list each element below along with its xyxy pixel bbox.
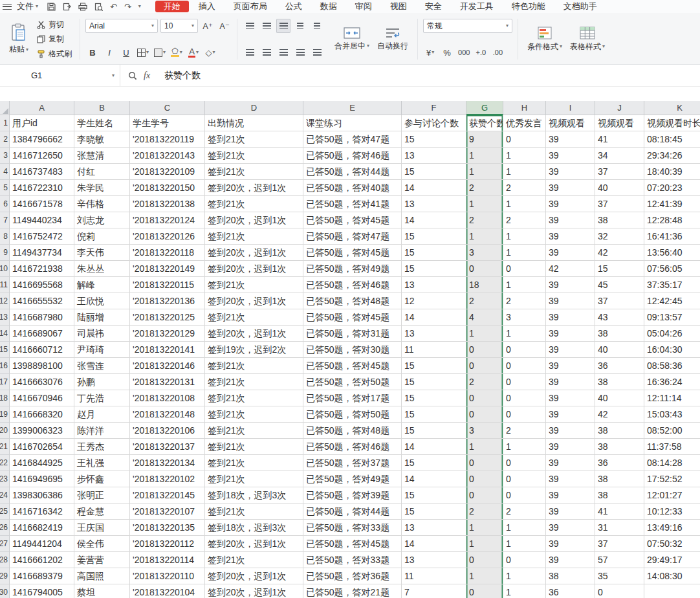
- cell-E15[interactable]: 已答50题，答对30题: [303, 342, 402, 358]
- cell-F7[interactable]: 14: [402, 212, 466, 228]
- cell-C20[interactable]: '201813220106: [130, 423, 205, 439]
- cell-K26[interactable]: 13:49:16: [644, 520, 700, 536]
- align-bottom-button[interactable]: [276, 19, 290, 33]
- cell-H27[interactable]: 1: [503, 536, 546, 552]
- cell-H12[interactable]: 2: [503, 293, 546, 309]
- cell-B3[interactable]: 张慧清: [74, 148, 130, 164]
- cell-D19[interactable]: 签到21次: [205, 406, 303, 423]
- cell-A26[interactable]: 1416682419: [10, 520, 74, 536]
- cell-E18[interactable]: 已答50题，答对17题: [303, 390, 402, 406]
- italic-button[interactable]: I: [102, 45, 116, 60]
- app-menu-icon[interactable]: [3, 4, 12, 10]
- cell-F15[interactable]: 11: [402, 342, 466, 358]
- cell-K28[interactable]: 29:49:17: [644, 552, 700, 568]
- font-size-select[interactable]: 10 ▾: [160, 19, 198, 33]
- cell-C8[interactable]: '201813220126: [130, 228, 205, 245]
- cell-A30[interactable]: 1416794005: [10, 584, 74, 598]
- column-header-F[interactable]: F: [402, 101, 466, 115]
- column-header-E[interactable]: E: [303, 101, 402, 115]
- conditional-format-button[interactable]: 条件格式▾: [523, 16, 566, 62]
- column-header-J[interactable]: J: [595, 101, 644, 115]
- cell-H11[interactable]: 1: [503, 277, 546, 293]
- cell-C19[interactable]: '201813220148: [130, 406, 205, 423]
- cell-H13[interactable]: 3: [503, 309, 546, 326]
- cell-K17[interactable]: 16:36:24: [644, 374, 700, 390]
- cell-I23[interactable]: 39: [546, 471, 595, 487]
- cell-B2[interactable]: 李晓敏: [74, 131, 130, 148]
- cell-H17[interactable]: 0: [503, 374, 546, 390]
- tab-7[interactable]: 视图: [382, 1, 415, 12]
- cell-I19[interactable]: 39: [546, 406, 595, 423]
- cell-K5[interactable]: 07:20:23: [644, 180, 700, 196]
- cell-G9[interactable]: 3: [466, 245, 503, 261]
- cell-D12[interactable]: 签到20次，迟到1次: [205, 293, 303, 309]
- justify-button[interactable]: [293, 45, 307, 60]
- select-all-corner[interactable]: [0, 101, 10, 115]
- cell-D15[interactable]: 签到19次，迟到2次: [205, 342, 303, 358]
- cell-F26[interactable]: 13: [402, 520, 466, 536]
- column-header-H[interactable]: H: [503, 101, 546, 115]
- cell-H15[interactable]: 0: [503, 342, 546, 358]
- cell-D22[interactable]: 签到21次: [205, 455, 303, 471]
- cell-B15[interactable]: 尹琦琦: [74, 342, 130, 358]
- row-header-27[interactable]: 27: [0, 536, 10, 552]
- cell-K1[interactable]: 视频观看时长: [644, 115, 700, 131]
- cell-E24[interactable]: 已答50题，答对39题: [303, 487, 402, 504]
- cell-E1[interactable]: 课堂练习: [303, 115, 402, 131]
- cell-E19[interactable]: 已答50题，答对50题: [303, 406, 402, 423]
- cell-D2[interactable]: 签到21次: [205, 131, 303, 148]
- cell-K7[interactable]: 12:28:48: [644, 212, 700, 228]
- cell-I1[interactable]: 视频观看: [546, 115, 595, 131]
- row-header-25[interactable]: 25: [0, 504, 10, 520]
- cell-A10[interactable]: 1416721938: [10, 261, 74, 277]
- cell-H26[interactable]: 1: [503, 520, 546, 536]
- cell-F21[interactable]: 14: [402, 439, 466, 455]
- underline-button[interactable]: U: [119, 45, 133, 60]
- cell-D21[interactable]: 签到21次: [205, 439, 303, 455]
- tab-1[interactable]: 开始: [155, 1, 189, 12]
- cell-B9[interactable]: 李天伟: [74, 245, 130, 261]
- cell-H20[interactable]: 2: [503, 423, 546, 439]
- decrease-font-size-button[interactable]: A⁻: [217, 19, 232, 33]
- cell-K8[interactable]: 16:41:36: [644, 228, 700, 245]
- increase-indent-button[interactable]: [310, 19, 324, 33]
- column-header-C[interactable]: C: [130, 101, 205, 115]
- cell-J23[interactable]: 38: [595, 471, 644, 487]
- cell-A16[interactable]: 1398898100: [10, 358, 74, 374]
- tab-9[interactable]: 开发工具: [452, 1, 502, 12]
- cell-C6[interactable]: '201813220138: [130, 196, 205, 212]
- cell-C22[interactable]: '201813220134: [130, 455, 205, 471]
- cell-I30[interactable]: 36: [546, 584, 595, 598]
- cell-G18[interactable]: 0: [466, 390, 503, 406]
- cell-C29[interactable]: '201813220110: [130, 568, 205, 584]
- cell-G10[interactable]: 0: [466, 261, 503, 277]
- row-header-12[interactable]: 12: [0, 293, 10, 309]
- cell-H19[interactable]: 0: [503, 406, 546, 423]
- row-header-8[interactable]: 8: [0, 228, 10, 245]
- cell-B23[interactable]: 步怀鑫: [74, 471, 130, 487]
- cell-G27[interactable]: 1: [466, 536, 503, 552]
- cell-B5[interactable]: 朱学民: [74, 180, 130, 196]
- cell-A7[interactable]: 1149440234: [10, 212, 74, 228]
- cell-J17[interactable]: 38: [595, 374, 644, 390]
- table-style-button[interactable]: 表格样式▾: [566, 16, 609, 62]
- cell-B11[interactable]: 解峰: [74, 277, 130, 293]
- cell-J2[interactable]: 41: [595, 131, 644, 148]
- cell-H5[interactable]: 2: [503, 180, 546, 196]
- cell-shading-button[interactable]: ▾: [153, 45, 167, 60]
- cell-E11[interactable]: 已答50题，答对46题: [303, 277, 402, 293]
- cell-F14[interactable]: 13: [402, 326, 466, 342]
- cell-H25[interactable]: 2: [503, 504, 546, 520]
- row-header-16[interactable]: 16: [0, 358, 10, 374]
- cell-J22[interactable]: 36: [595, 455, 644, 471]
- column-header-G[interactable]: G: [466, 101, 503, 115]
- row-header-7[interactable]: 7: [0, 212, 10, 228]
- cell-J30[interactable]: 0: [595, 584, 644, 598]
- redo-icon[interactable]: ↷: [124, 2, 131, 12]
- cell-J12[interactable]: 37: [595, 293, 644, 309]
- cell-K12[interactable]: 12:42:45: [644, 293, 700, 309]
- cell-E25[interactable]: 已答50题，答对44题: [303, 504, 402, 520]
- cell-B8[interactable]: 倪莉: [74, 228, 130, 245]
- cell-I20[interactable]: 39: [546, 423, 595, 439]
- cell-G7[interactable]: 2: [466, 212, 503, 228]
